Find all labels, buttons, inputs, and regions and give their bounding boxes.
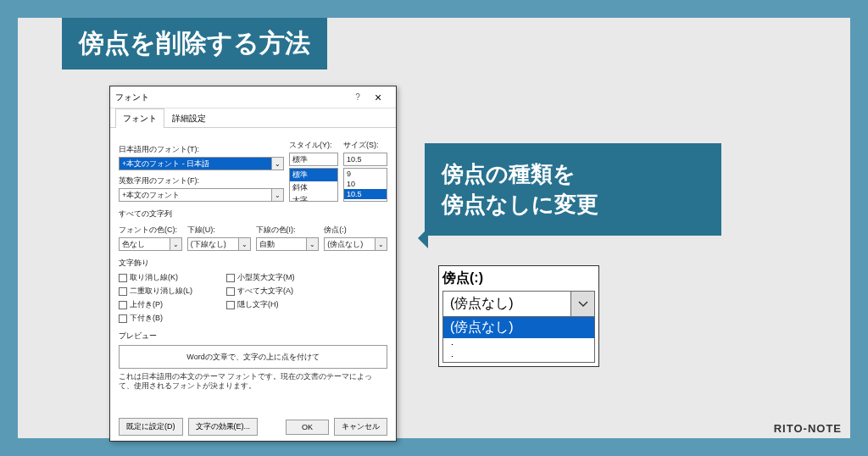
list-item[interactable]: 10 xyxy=(344,179,387,189)
size-label: サイズ(S): xyxy=(343,140,387,151)
style-label: スタイル(Y): xyxy=(289,140,338,151)
popup-value[interactable]: (傍点なし) xyxy=(442,291,571,317)
emphasis-select[interactable]: (傍点なし)⌄ xyxy=(324,237,387,251)
latin-font-value: +本文のフォント xyxy=(122,190,180,201)
checkbox-allcaps[interactable]: すべて大文字(A) xyxy=(226,286,295,297)
font-dialog: フォント ? × フォント 詳細設定 日本語用のフォント(T): +本文のフォン… xyxy=(109,86,397,442)
dialog-titlebar: フォント ? × xyxy=(110,86,396,108)
popup-listbox[interactable]: (傍点なし) ･ ･ xyxy=(442,317,595,363)
jp-font-value: +本文のフォント - 日本語 xyxy=(122,158,209,170)
list-item[interactable]: 9 xyxy=(344,169,387,179)
close-icon[interactable]: × xyxy=(365,91,391,104)
emphasis-popup: 傍点(:) (傍点なし) (傍点なし) ･ ･ xyxy=(438,265,599,367)
decoration-section: 文字飾り xyxy=(119,258,387,269)
all-text-section: すべての文字列 xyxy=(119,209,387,220)
chevron-down-icon[interactable] xyxy=(571,291,595,317)
emphasis-label: 傍点(:) xyxy=(324,225,387,236)
checkbox-superscript[interactable]: 上付き(P) xyxy=(119,299,192,310)
latin-font-select[interactable]: +本文のフォント ⌄ xyxy=(119,188,284,202)
page-title: 傍点を削除する方法 xyxy=(62,18,327,70)
watermark: RITO-NOTE xyxy=(774,422,842,435)
style-listbox[interactable]: 標準 斜体 太字 xyxy=(289,168,338,202)
style-input[interactable]: 標準 xyxy=(289,153,338,166)
font-description: これは日本語用の本文のテーマ フォントです。現在の文書のテーマによって、使用され… xyxy=(119,372,387,391)
checkbox-smallcaps[interactable]: 小型英大文字(M) xyxy=(226,272,295,283)
checkbox-double-strike[interactable]: 二重取り消し線(L) xyxy=(119,286,192,297)
checkbox-box xyxy=(119,301,127,309)
checkbox-hidden[interactable]: 隠し文字(H) xyxy=(226,299,295,310)
chevron-down-icon[interactable]: ⌄ xyxy=(271,189,283,201)
underline-color-label: 下線の色(I): xyxy=(256,225,320,236)
preview-section: プレビュー xyxy=(119,331,387,342)
chevron-down-icon[interactable]: ⌄ xyxy=(271,158,283,170)
list-item[interactable]: 斜体 xyxy=(290,181,337,194)
list-item[interactable]: 太字 xyxy=(290,194,337,202)
popup-label: 傍点(:) xyxy=(442,270,595,287)
ok-button[interactable]: OK xyxy=(286,420,329,435)
underline-label: 下線(U): xyxy=(187,225,251,236)
text-effects-button[interactable]: 文字の効果(E)... xyxy=(188,418,259,436)
checkbox-box xyxy=(226,274,235,282)
dialog-title-text: フォント xyxy=(115,92,149,103)
checkbox-box xyxy=(119,274,127,282)
chevron-down-icon[interactable]: ⌄ xyxy=(375,238,387,250)
checkbox-box xyxy=(226,301,235,309)
callout-box: 傍点の種類を 傍点なしに変更 xyxy=(425,143,721,236)
tab-advanced[interactable]: 詳細設定 xyxy=(164,108,214,128)
list-item[interactable]: ･ xyxy=(443,350,594,362)
chevron-down-icon[interactable]: ⌄ xyxy=(170,238,181,250)
dialog-tabs: フォント 詳細設定 xyxy=(110,108,396,128)
checkbox-box xyxy=(226,287,235,296)
jp-font-label: 日本語用のフォント(T): xyxy=(119,144,284,155)
chevron-down-icon[interactable]: ⌄ xyxy=(306,238,318,250)
size-input[interactable]: 10.5 xyxy=(343,153,387,166)
help-icon[interactable]: ? xyxy=(350,92,365,102)
list-item-selected[interactable]: (傍点なし) xyxy=(443,317,594,338)
font-color-label: フォントの色(C): xyxy=(119,225,182,236)
cancel-button[interactable]: キャンセル xyxy=(334,418,387,436)
checkbox-box xyxy=(119,314,127,323)
list-item[interactable]: 標準 xyxy=(290,169,337,181)
tab-font[interactable]: フォント xyxy=(115,108,164,128)
checkbox-strike[interactable]: 取り消し線(K) xyxy=(119,272,192,283)
jp-font-select[interactable]: +本文のフォント - 日本語 ⌄ xyxy=(119,157,284,170)
preview-box: Wordの文章で、文字の上に点を付けて xyxy=(119,345,387,369)
callout-line1: 傍点の種類を xyxy=(442,158,704,189)
set-default-button[interactable]: 既定に設定(D) xyxy=(119,418,183,436)
size-listbox[interactable]: 9 10 10.5 xyxy=(343,168,387,202)
callout-line2: 傍点なしに変更 xyxy=(442,189,704,220)
latin-font-label: 英数字用のフォント(F): xyxy=(119,175,284,186)
underline-select[interactable]: (下線なし)⌄ xyxy=(187,237,251,251)
font-color-select[interactable]: 色なし⌄ xyxy=(119,237,182,251)
list-item[interactable]: ･ xyxy=(443,338,594,350)
checkbox-box xyxy=(119,287,127,296)
list-item[interactable]: 10.5 xyxy=(344,189,387,199)
checkbox-subscript[interactable]: 下付き(B) xyxy=(119,313,192,324)
chevron-down-icon[interactable]: ⌄ xyxy=(238,238,250,250)
underline-color-select[interactable]: 自動⌄ xyxy=(256,237,320,251)
